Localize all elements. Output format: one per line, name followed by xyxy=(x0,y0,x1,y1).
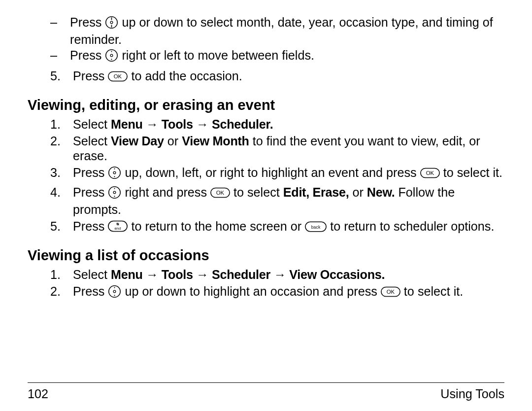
text: or xyxy=(164,134,182,148)
back-button-icon: back xyxy=(305,220,327,235)
svg-point-6 xyxy=(111,51,112,52)
document-page: – Press up or down to select month, date… xyxy=(0,0,532,411)
text: to select xyxy=(230,185,283,199)
svg-point-31 xyxy=(114,295,115,296)
dash-item: – Press right or left to move between fi… xyxy=(50,48,504,65)
text: Select xyxy=(73,117,111,131)
svg-point-30 xyxy=(114,287,115,288)
text: Press xyxy=(73,166,108,179)
list-number: 2. xyxy=(50,284,73,301)
text: Select xyxy=(73,134,111,148)
svg-point-5 xyxy=(111,55,113,57)
text: Press xyxy=(73,185,108,199)
nav-updown-icon xyxy=(105,16,118,32)
svg-text:OK: OK xyxy=(387,289,395,295)
text-bold: Menu → Tools → Scheduler → View Occasion… xyxy=(111,268,385,281)
dash-marker: – xyxy=(50,48,70,65)
list-text: Select View Day or View Month to find th… xyxy=(73,134,504,163)
ok-button-icon: OK xyxy=(381,285,400,300)
svg-point-17 xyxy=(114,191,116,194)
text: to select it. xyxy=(440,166,502,179)
text: right or left to move between fields. xyxy=(118,48,314,62)
nav-center-icon xyxy=(108,186,121,202)
svg-point-13 xyxy=(114,176,115,177)
list-item: 1. Select Menu → Tools → Scheduler. xyxy=(50,117,504,132)
ok-button-icon: OK xyxy=(210,186,230,201)
text: to select it. xyxy=(400,284,463,298)
svg-text:end: end xyxy=(115,226,121,231)
section-a-list: 1. Select Menu → Tools → Scheduler. 2. S… xyxy=(50,117,504,236)
ok-button-icon: OK xyxy=(108,70,128,85)
text-bold: Edit, Erase, xyxy=(283,185,349,199)
svg-text:OK: OK xyxy=(216,190,225,196)
dash-marker: – xyxy=(50,15,70,47)
text: up, down, left, or right to highlight an… xyxy=(121,166,420,179)
list-item: 3. Press up, down, left, or right to hig… xyxy=(50,165,504,182)
text: or xyxy=(349,185,366,199)
nav-center-icon xyxy=(108,166,121,182)
section-heading-viewing-list-occasions: Viewing a list of occasions xyxy=(28,247,504,264)
text: to return to the home screen or xyxy=(128,219,305,233)
text: Press xyxy=(70,15,105,29)
page-number: 102 xyxy=(28,387,48,401)
list-text: Select Menu → Tools → Scheduler → View O… xyxy=(73,267,504,282)
text: to add the occasion. xyxy=(128,69,242,83)
list-item: – Press up or down to select month, date… xyxy=(50,14,504,67)
text: right and press xyxy=(121,185,210,199)
continued-numbered-list: 5. Press OK to add the occasion. xyxy=(50,68,504,85)
text: Press xyxy=(73,69,108,83)
svg-text:back: back xyxy=(311,225,321,230)
text: Press xyxy=(73,284,108,298)
svg-point-1 xyxy=(111,21,113,24)
ok-button-icon: OK xyxy=(420,167,440,181)
svg-point-19 xyxy=(114,196,115,197)
text: up or down to select month, date, year, … xyxy=(70,15,493,46)
list-item: 5. Press OK to add the occasion. xyxy=(50,68,504,85)
list-text: Press end to return to the home screen o… xyxy=(73,219,504,235)
text: to return to scheduler options. xyxy=(327,219,494,233)
list-item: 4. Press right and press OK to select Ed… xyxy=(50,185,504,217)
end-button-icon: end xyxy=(108,220,128,235)
page-content: – Press up or down to select month, date… xyxy=(28,12,504,378)
list-text: Press up, down, left, or right to highli… xyxy=(73,165,504,182)
text: up or down to highlight an occasion and … xyxy=(121,284,380,298)
text: Select xyxy=(73,268,111,281)
list-number: 5. xyxy=(50,68,73,85)
list-number: 5. xyxy=(50,219,73,235)
list-number: 1. xyxy=(50,117,73,132)
dash-text: Press right or left to move between fiel… xyxy=(70,48,504,65)
dash-item: – Press up or down to select month, date… xyxy=(50,15,504,47)
list-item: 1. Select Menu → Tools → Scheduler → Vie… xyxy=(50,267,504,282)
svg-text:OK: OK xyxy=(114,73,122,79)
text: Press xyxy=(73,219,108,233)
list-item: 5. Press end to return to the home scree… xyxy=(50,219,504,235)
svg-point-11 xyxy=(114,172,116,174)
text-bold: Menu → Tools → Scheduler. xyxy=(111,117,273,131)
nav-center-icon xyxy=(108,285,121,301)
section-b-list: 1. Select Menu → Tools → Scheduler → Vie… xyxy=(50,267,504,301)
svg-point-7 xyxy=(111,59,112,60)
text-bold: View Month xyxy=(182,134,249,148)
text: Press xyxy=(70,48,105,62)
svg-point-12 xyxy=(114,169,115,170)
dash-text: Press up or down to select month, date, … xyxy=(70,15,504,47)
list-text: Press right and press OK to select Edit,… xyxy=(73,185,504,217)
svg-point-29 xyxy=(114,291,116,293)
list-text: Select Menu → Tools → Scheduler. xyxy=(73,117,504,132)
list-text: Press up or down to highlight an occasio… xyxy=(73,284,504,301)
list-number: 1. xyxy=(50,267,73,282)
page-footer: 102 Using Tools xyxy=(28,382,504,401)
text-bold: New. xyxy=(367,185,395,199)
section-heading-viewing-editing-erasing: Viewing, editing, or erasing an event xyxy=(28,97,504,114)
list-item: 2. Press up or down to highlight an occa… xyxy=(50,284,504,301)
nav-center-icon xyxy=(105,49,118,65)
svg-point-18 xyxy=(114,188,115,189)
continued-list: – Press up or down to select month, date… xyxy=(50,14,504,67)
list-number: 2. xyxy=(50,134,73,163)
text-bold: View Day xyxy=(111,134,164,148)
list-text: Press OK to add the occasion. xyxy=(73,68,504,85)
footer-section-title: Using Tools xyxy=(440,387,504,401)
list-item: 2. Select View Day or View Month to find… xyxy=(50,134,504,163)
list-number: 3. xyxy=(50,165,73,182)
svg-text:OK: OK xyxy=(426,171,434,176)
